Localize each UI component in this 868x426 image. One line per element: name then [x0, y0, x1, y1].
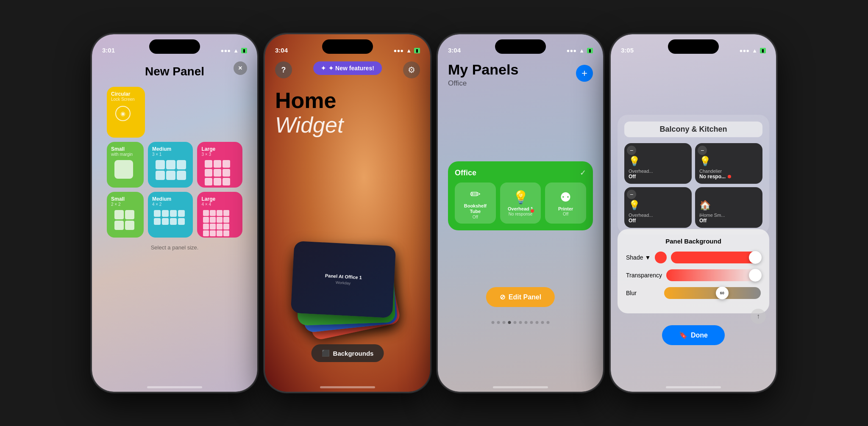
grid-cell — [114, 221, 124, 230]
minus-button-1[interactable]: − — [627, 146, 636, 155]
edit-panel-button[interactable]: ⊘ Edit Panel — [486, 287, 555, 307]
tile-medium-4x2[interactable]: Medium 4 × 2 — [148, 192, 193, 238]
overhead-name: Overhead 1 — [508, 206, 533, 212]
phone2-dynamic-island — [322, 39, 373, 54]
tile-medium2-label: Medium — [152, 196, 171, 202]
tile-circular[interactable]: Circular Lock Screen ◉ — [107, 87, 145, 138]
tile-medium-sub: 3 × 1 — [152, 152, 162, 157]
minus-button-2[interactable]: − — [698, 146, 707, 155]
signal-icon: ●●● — [740, 47, 750, 54]
transparency-slider-thumb[interactable] — [749, 269, 762, 282]
blur-slider[interactable]: 60 — [664, 287, 761, 299]
backgrounds-label: Backgrounds — [333, 350, 374, 357]
tile-circular-sub: Lock Screen — [111, 97, 135, 102]
my-panels-subtitle: Office — [448, 79, 467, 88]
tile-small-sub: with margin — [111, 152, 133, 157]
tile-circular-label: Circular — [111, 91, 130, 97]
tile-small-2x2[interactable]: Small 2 × 2 — [107, 192, 144, 238]
backgrounds-button[interactable]: ⬛ Backgrounds — [312, 344, 384, 362]
grid-cell — [205, 169, 212, 177]
grid-cell — [214, 160, 221, 168]
grid-cell — [177, 160, 186, 169]
phone3-home-indicator — [493, 386, 548, 388]
battery-icon: ▮ — [760, 48, 766, 53]
close-button[interactable]: × — [234, 61, 247, 75]
dot-6 — [519, 321, 522, 324]
grid-cell — [210, 230, 216, 236]
overhead2-status: Off — [629, 218, 636, 224]
bookshelf-icon: ✏ — [470, 187, 481, 202]
new-features-button[interactable]: ✦ ✦ New features! — [313, 61, 382, 75]
shade-dropdown[interactable]: Shade ▼ — [626, 254, 651, 261]
grid-cell — [205, 178, 212, 185]
office-panel-card: Office ✓ ✏ Bookshelf Tube Off 💡 — [448, 161, 593, 230]
device-card-chandelier[interactable]: − 💡 Chandelier No respo... — [695, 143, 762, 184]
done-button[interactable]: 🔖 Done — [662, 325, 725, 345]
device-card-overhead2[interactable]: − 💡 Overhead... Off — [624, 187, 692, 228]
phone3-time: 3:04 — [448, 47, 461, 54]
chandelier-name: Chandelier — [699, 169, 722, 174]
blur-slider-thumb[interactable]: 60 — [716, 287, 729, 299]
panel-row-1: Circular Lock Screen ◉ — [107, 87, 242, 138]
dot-10 — [541, 321, 544, 324]
printer-name: Printer — [558, 206, 573, 212]
grid-cell — [217, 210, 223, 216]
dot-1 — [492, 321, 495, 324]
add-panel-button[interactable]: + — [576, 65, 593, 82]
grid-cell — [162, 210, 169, 217]
shade-slider-thumb[interactable] — [749, 251, 762, 264]
grid-cell — [154, 218, 161, 225]
printer-icon: ⚉ — [560, 190, 571, 205]
new-panel-title: New Panel — [145, 65, 204, 78]
grid-cell — [223, 169, 230, 177]
grid-cell — [217, 230, 223, 236]
device-tile-printer[interactable]: ⚉ Printer Off — [545, 183, 586, 224]
tile-large2-label: Large — [201, 196, 215, 202]
dot-4-active — [508, 321, 511, 324]
device-tile-bookshelf[interactable]: ✏ Bookshelf Tube Off — [455, 183, 496, 224]
dot-8 — [530, 321, 533, 324]
grid-cell — [178, 218, 185, 225]
done-label: Done — [691, 332, 708, 339]
overhead-icon: 💡 — [513, 190, 529, 205]
transparency-slider[interactable] — [666, 269, 761, 281]
device-card-ihome[interactable]: 🏠 iHome Sm... Off — [695, 187, 762, 228]
share-button[interactable]: ↑ — [751, 309, 766, 324]
device-tile-overhead[interactable]: 💡 Overhead 1 No response — [500, 183, 541, 224]
blur-label: Blur — [626, 290, 660, 296]
home-widget-subtitle: Widget — [275, 114, 343, 136]
office-panel-name: Office — [455, 169, 476, 177]
tile-small-margin[interactable]: Small with margin — [107, 142, 144, 188]
minus-button-3[interactable]: − — [627, 190, 636, 199]
shade-color-indicator[interactable] — [655, 252, 667, 263]
my-panels-title: My Panels — [448, 61, 518, 78]
phone1-home-indicator — [147, 386, 202, 388]
phone3-status-icons: ●●● ▲ ▮ — [567, 47, 593, 54]
phone2-time: 3:04 — [275, 47, 288, 54]
overhead2-icon: 💡 — [629, 200, 640, 211]
shade-slider[interactable] — [671, 252, 761, 263]
panel-grid: Circular Lock Screen ◉ Small with margin — [107, 87, 242, 238]
grid-cell — [203, 230, 209, 236]
phone1-content: × New Panel Circular Lock Screen ◉ — [92, 34, 257, 392]
tile-medium-3x1[interactable]: Medium 3 × 1 — [148, 142, 193, 188]
grid-cell — [203, 210, 209, 216]
device-card-overhead1[interactable]: − 💡 Overhead... Off — [624, 143, 692, 184]
wifi-icon: ▲ — [406, 47, 412, 54]
phone2-status-icons: ●●● ▲ ▮ — [394, 47, 420, 54]
phone2-home-indicator — [320, 386, 375, 388]
overhead1-icon: 💡 — [629, 156, 640, 167]
checkmark-icon: ✓ — [580, 168, 586, 177]
grid-cell — [170, 210, 177, 217]
tile-large-3x3[interactable]: Large 3 × 3 — [197, 142, 242, 188]
help-button[interactable]: ? — [275, 61, 292, 78]
ihome-icon: 🏠 — [699, 200, 711, 211]
settings-button[interactable]: ⚙ — [403, 61, 420, 78]
chevron-down-icon: ▼ — [645, 254, 651, 261]
office-devices-row: ✏ Bookshelf Tube Off 💡 Overhead 1 No res… — [455, 183, 586, 224]
circle-preview-icon: ◉ — [115, 106, 131, 121]
chandelier-icon: 💡 — [699, 156, 711, 167]
tile-large-4x4[interactable]: Large 4 × 4 — [197, 192, 242, 238]
bookshelf-name: Bookshelf Tube — [459, 203, 492, 214]
overhead1-name: Overhead... — [629, 169, 653, 174]
